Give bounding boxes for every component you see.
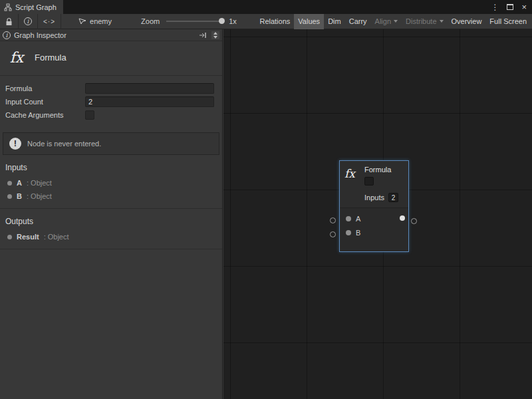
connection-stub-output-result[interactable] xyxy=(411,218,417,224)
connection-stub-input-b[interactable] xyxy=(330,231,336,237)
output-port-result[interactable] xyxy=(400,215,405,221)
zoom-slider[interactable] xyxy=(166,21,222,22)
input-port-b[interactable] xyxy=(346,230,351,235)
overview-button[interactable]: Overview xyxy=(448,14,486,29)
output-port-row-result[interactable]: Result : Object xyxy=(0,230,222,243)
input-port-row-b[interactable]: B : Object xyxy=(0,190,222,203)
input-port-a[interactable] xyxy=(346,216,351,221)
node-port-row-b: B xyxy=(340,225,408,239)
formula-field-label: Formula xyxy=(5,84,85,92)
chevron-down-icon xyxy=(440,20,444,23)
node-inputs-row: Inputs 2 xyxy=(364,193,404,202)
zoom-slider-handle[interactable] xyxy=(219,18,225,24)
graph-inspector-panel: i Graph Inspector fx Formula Formula Inp… xyxy=(0,29,223,399)
pointer-icon xyxy=(78,18,86,25)
close-icon[interactable]: × xyxy=(521,3,527,11)
warning-banner: ! Node is never entered. xyxy=(3,132,219,155)
scroll-down-icon xyxy=(213,36,217,39)
info-icon: i xyxy=(3,31,11,39)
node-port-row-a: A xyxy=(340,211,408,225)
node-formula-input[interactable] xyxy=(364,177,374,186)
input-count-field-row: Input Count xyxy=(5,95,214,108)
connection-stub-input-a[interactable] xyxy=(330,217,336,223)
values-button[interactable]: Values xyxy=(294,14,324,29)
window-tab-bar: Script Graph ⋮ × xyxy=(0,0,532,14)
code-icon: <·> xyxy=(43,18,55,25)
target-label: enemy xyxy=(90,17,112,25)
relations-button[interactable]: Relations xyxy=(255,14,294,29)
formula-field-row: Formula xyxy=(5,82,214,95)
carry-button[interactable]: Carry xyxy=(345,14,371,29)
inspector-header-controls xyxy=(198,31,219,39)
input-count-input[interactable] xyxy=(85,96,214,107)
graph-inspector-title: Graph Inspector xyxy=(14,31,66,39)
graph-canvas[interactable]: fx Formula Inputs 2 A B xyxy=(223,29,532,399)
code-view-button[interactable]: <·> xyxy=(38,14,61,29)
formula-node-header[interactable]: fx Formula Inputs 2 xyxy=(340,161,408,207)
info-button[interactable]: i xyxy=(19,14,37,29)
lock-icon xyxy=(5,17,13,26)
node-title: Formula xyxy=(364,166,404,174)
zoom-value: 1x xyxy=(229,17,237,25)
zoom-label: Zoom xyxy=(141,17,160,25)
chevron-down-icon xyxy=(394,20,398,23)
fx-icon: fx xyxy=(7,49,27,66)
dock-icon[interactable] xyxy=(198,32,207,39)
cache-arguments-checkbox[interactable] xyxy=(85,110,94,120)
input-port-row-a[interactable]: A : Object xyxy=(0,176,222,190)
fx-icon: fx xyxy=(344,166,364,202)
align-dropdown[interactable]: Align xyxy=(371,14,402,29)
kebab-menu-icon[interactable]: ⋮ xyxy=(491,3,499,12)
dim-button[interactable]: Dim xyxy=(324,14,345,29)
warning-text: Node is never entered. xyxy=(27,140,101,148)
maximize-icon[interactable] xyxy=(507,4,513,10)
window-controls: ⋮ × xyxy=(491,0,532,14)
port-dot-icon xyxy=(7,194,12,199)
toolbar-separator xyxy=(61,14,61,29)
cache-arguments-field-row: Cache Arguments xyxy=(5,108,214,122)
inputs-section-header: Inputs xyxy=(0,155,222,176)
formula-node-ports: A B xyxy=(340,207,408,251)
graph-inspector-header: i Graph Inspector xyxy=(0,29,222,41)
port-dot-icon xyxy=(7,235,12,239)
scroll-stepper[interactable] xyxy=(211,31,219,39)
distribute-dropdown[interactable]: Distribute xyxy=(402,14,447,29)
section-divider xyxy=(0,249,222,249)
formula-input[interactable] xyxy=(85,83,214,94)
scroll-up-icon xyxy=(213,32,217,35)
node-inputs-label: Inputs xyxy=(364,194,384,201)
input-count-label: Input Count xyxy=(5,98,85,106)
script-graph-icon xyxy=(4,3,12,11)
info-icon: i xyxy=(24,17,32,25)
graph-toolbar: i <·> enemy Zoom 1x Relations Values Dim… xyxy=(0,14,532,29)
node-title-section: fx Formula xyxy=(0,41,222,76)
formula-node[interactable]: fx Formula Inputs 2 A B xyxy=(339,160,409,252)
cache-arguments-label: Cache Arguments xyxy=(5,111,85,119)
tab-script-graph[interactable]: Script Graph xyxy=(0,0,63,14)
inspector-fields: Formula Input Count Cache Arguments xyxy=(0,76,222,124)
toolbar-buttons: Relations Values Dim Carry Align Distrib… xyxy=(255,14,532,29)
lock-button[interactable] xyxy=(0,14,18,29)
warning-icon: ! xyxy=(9,138,21,150)
tab-label: Script Graph xyxy=(15,3,57,11)
fullscreen-button[interactable]: Full Screen xyxy=(485,14,531,29)
inspected-node-title: Formula xyxy=(35,53,66,63)
node-inputs-count[interactable]: 2 xyxy=(388,193,398,202)
port-dot-icon xyxy=(7,181,12,186)
graph-target[interactable]: enemy xyxy=(78,17,112,25)
outputs-section-header: Outputs xyxy=(0,209,222,230)
